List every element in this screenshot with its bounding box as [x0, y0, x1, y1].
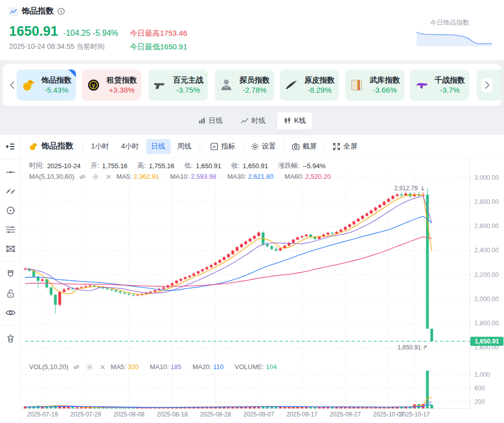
knife-icon [283, 78, 300, 93]
kline-title: 饰品指数 [28, 141, 80, 152]
index-tab-change: -2.78% [242, 85, 267, 95]
yp-coin-icon: y [85, 78, 102, 93]
close-icon[interactable] [99, 364, 106, 371]
today-high: 今日最高1753.46 [130, 29, 187, 38]
fullscreen-icon [332, 143, 341, 151]
drawing-toolbar [0, 135, 21, 423]
period-1h[interactable]: 1小时 [86, 139, 114, 154]
scroll-left-chevron-icon[interactable] [7, 78, 18, 92]
indicators-button[interactable]: fx 指标 [202, 139, 243, 154]
price-ma5-line [25, 195, 432, 295]
divider [0, 325, 21, 326]
svg-text:1,650.91: 1,650.91 [475, 338, 499, 345]
index-tab-tanyuan[interactable]: 探员指数-2.78% [215, 69, 274, 101]
index-tab-zulin[interactable]: y 租赁指数+3.38% [82, 69, 141, 101]
camera-icon [292, 143, 300, 151]
fx-icon: fx [210, 143, 218, 151]
svg-text:2,800.00: 2,800.00 [474, 198, 499, 205]
today-low: 今日最低1650.91 [130, 42, 187, 52]
index-tab-change: -3.66% [373, 85, 397, 95]
horizontal-line-icon[interactable] [5, 167, 16, 178]
eye-icon[interactable] [5, 307, 16, 318]
svg-text:1,800.00: 1,800.00 [474, 320, 499, 327]
hide-eye-icon[interactable] [79, 173, 86, 180]
pistol-icon [151, 78, 169, 93]
settings-button[interactable]: 设置 [243, 139, 284, 154]
period-4h[interactable]: 4小时 [116, 139, 144, 154]
svg-text:2025-09-17: 2025-09-17 [287, 411, 318, 418]
vol-settings-gear-icon[interactable] [86, 364, 93, 371]
index-tab-change: -3.7% [440, 85, 459, 95]
index-tab-change: -3.75% [176, 85, 200, 95]
duck-icon [20, 78, 37, 93]
crate-icon [348, 78, 365, 93]
candles-group [24, 188, 433, 341]
unlock-icon[interactable] [5, 288, 16, 299]
index-tab-qianzhan[interactable]: 千战指数-3.7% [410, 69, 469, 101]
current-price: 1650.91 [9, 24, 58, 39]
mini-chart-title: 今日饰品指数 [430, 18, 469, 27]
svg-text:y: y [92, 83, 95, 88]
chart-view-switcher: 日线 时线 K线 [0, 106, 504, 135]
line-chart-icon [241, 117, 248, 124]
tab-daily-line[interactable]: 日线 [191, 112, 230, 130]
index-tabs-bar: 饰品指数-5.43% y 租赁指数+3.38% 百元主战-3.75% 探员指数-… [3, 64, 501, 106]
index-tab-shipin[interactable]: 饰品指数-5.43% [17, 69, 76, 101]
svg-text:2025-07-19: 2025-07-19 [27, 411, 58, 418]
index-tab-label: 探员指数 [239, 75, 270, 85]
duck-icon [28, 142, 38, 152]
kline-toolbar: 饰品指数 1小时 4小时 日线 周线 fx 指标 设置 截屏 全屏 [21, 135, 504, 158]
xabcd-pattern-icon[interactable] [5, 243, 16, 254]
scroll-right-chevron-icon[interactable] [481, 78, 492, 92]
collapse-icon[interactable] [5, 141, 16, 152]
close-icon[interactable] [105, 173, 112, 180]
period-daily[interactable]: 日线 [146, 139, 171, 154]
svg-text:2,200.00: 2,200.00 [474, 271, 499, 278]
parallel-lines-icon[interactable] [5, 224, 16, 235]
divider [200, 141, 200, 152]
vol-ma5-line [25, 398, 432, 408]
candle-chart-icon [284, 117, 291, 124]
kline-chart-region[interactable]: 2025-07-192025-07-292025-08-082025-08-18… [21, 159, 504, 423]
tab-time-line[interactable]: 时线 [234, 112, 273, 130]
fullscreen-button[interactable]: 全屏 [324, 139, 365, 154]
svg-text:1,000: 1,000 [474, 371, 490, 378]
index-tab-label: 租赁指数 [107, 75, 137, 85]
svg-text:3,000.00: 3,000.00 [474, 174, 499, 181]
period-weekly[interactable]: 周线 [173, 139, 197, 154]
delete-icon[interactable] [5, 333, 16, 344]
magnet-icon[interactable] [5, 269, 16, 280]
price-annotation: 2,912.79 ↴ [394, 185, 425, 192]
kline-chart[interactable]: 2025-07-192025-07-292025-08-082025-08-18… [21, 159, 504, 423]
index-tab-wuku[interactable]: 武库指数-3.66% [345, 69, 404, 101]
index-tab-change: -8.29% [307, 85, 331, 95]
kline-panel: 饰品指数 1小时 4小时 日线 周线 fx 指标 设置 截屏 全屏 [0, 135, 504, 423]
info-circle-icon[interactable] [57, 8, 65, 15]
svg-text:fx: fx [212, 145, 216, 149]
index-tab-label: 饰品指数 [41, 75, 71, 85]
index-tab-change: -5.43% [44, 85, 68, 95]
svg-text:600: 600 [474, 385, 485, 392]
index-tab-baiyuan[interactable]: 百元主战-3.75% [148, 69, 208, 101]
trend-lines-icon[interactable] [5, 186, 16, 197]
page-title: 饰品指数 [22, 6, 54, 17]
tab-kline[interactable]: K线 [277, 112, 313, 130]
volume-bars-group [24, 371, 433, 408]
hide-eye-icon[interactable] [73, 364, 80, 371]
svg-text:2,400.00: 2,400.00 [474, 247, 499, 254]
circle-icon[interactable] [5, 205, 16, 216]
selected-corner-badge [68, 69, 76, 77]
svg-text:2,000.00: 2,000.00 [474, 296, 499, 303]
index-tab-label: 武库指数 [370, 75, 400, 85]
index-tab-change: +3.38% [109, 85, 134, 95]
svg-text:200: 200 [474, 398, 485, 405]
current-time: 2025-10-24 08:34:55 当前时间 [9, 42, 105, 51]
svg-text:2025-10-17: 2025-10-17 [399, 411, 430, 418]
divider [82, 141, 83, 152]
ma-settings-gear-icon[interactable] [92, 173, 99, 180]
line-chart-icon [9, 7, 18, 16]
screenshot-button[interactable]: 截屏 [284, 139, 324, 154]
rifle-icon [413, 78, 430, 93]
index-tab-yuanpi[interactable]: 原皮指数-8.29% [280, 69, 339, 101]
agent-icon [218, 78, 235, 93]
